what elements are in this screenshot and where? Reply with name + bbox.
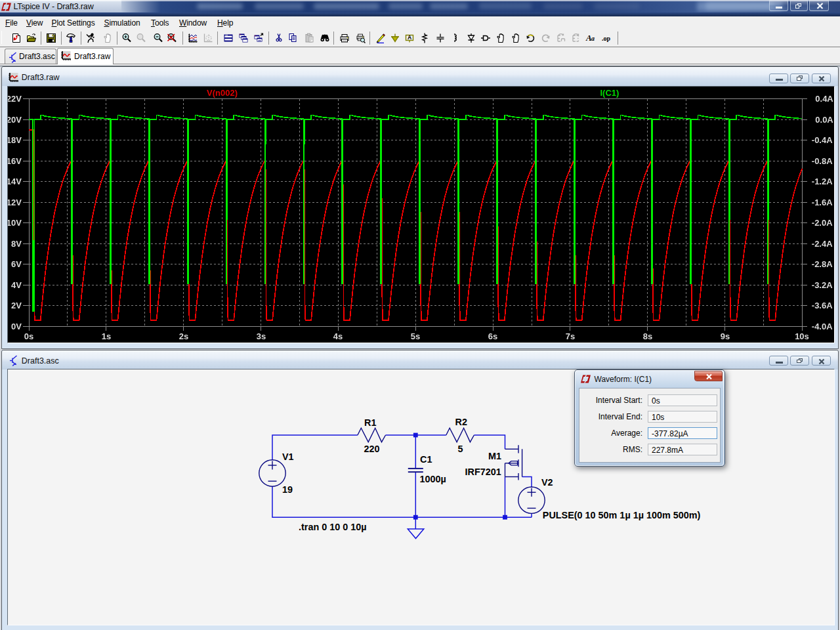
svg-text:4s: 4s: [333, 331, 343, 341]
svg-text:V2: V2: [541, 477, 553, 488]
svg-text:-0.4A: -0.4A: [812, 135, 833, 145]
svg-text:0.4A: 0.4A: [815, 94, 833, 104]
svg-text:16V: 16V: [8, 156, 22, 165]
svg-text:8V: 8V: [11, 238, 22, 248]
svg-text:-1.2A: -1.2A: [812, 177, 833, 186]
svg-text:2V: 2V: [11, 301, 22, 310]
svg-text:14V: 14V: [8, 177, 22, 186]
svg-text:8s: 8s: [643, 331, 652, 341]
svg-text:PULSE(0 10 50m 1µ 1µ 100m 500m: PULSE(0 10 50m 1µ 1µ 100m 500m): [543, 510, 701, 520]
svg-text:1000µ: 1000µ: [420, 474, 446, 484]
svg-text:18V: 18V: [8, 135, 22, 145]
svg-text:V1: V1: [282, 452, 294, 462]
svg-text:4V: 4V: [11, 280, 22, 289]
svg-text:-0.8A: -0.8A: [812, 156, 833, 165]
svg-text:5s: 5s: [411, 331, 420, 341]
svg-text:6V: 6V: [11, 259, 22, 269]
svg-text:-3.6A: -3.6A: [812, 301, 833, 310]
svg-text:20V: 20V: [8, 114, 22, 124]
svg-text:-4.0A: -4.0A: [812, 321, 833, 331]
svg-text:A: A: [408, 34, 411, 41]
svg-text:.tran 0 10 0 10µ: .tran 0 10 0 10µ: [299, 522, 367, 532]
svg-text:V(n002): V(n002): [207, 87, 238, 97]
svg-text:2s: 2s: [179, 331, 188, 341]
svg-text:.op: .op: [602, 34, 611, 41]
svg-text:12V: 12V: [8, 197, 22, 207]
svg-text:I(C1): I(C1): [600, 87, 620, 97]
svg-text:-2.4A: -2.4A: [812, 238, 833, 248]
svg-text:10V: 10V: [8, 218, 22, 228]
svg-text:19: 19: [282, 484, 293, 495]
svg-text:0.0A: 0.0A: [815, 114, 833, 124]
svg-text:C1: C1: [420, 454, 432, 465]
svg-text:R1: R1: [364, 417, 376, 428]
svg-text:6s: 6s: [488, 331, 497, 341]
svg-text:-1.6A: -1.6A: [812, 197, 833, 207]
svg-text:22V: 22V: [8, 94, 22, 104]
svg-text:3s: 3s: [257, 331, 266, 341]
svg-text:9s: 9s: [721, 331, 730, 341]
svg-text:IRF7201: IRF7201: [465, 467, 501, 477]
svg-text:R2: R2: [455, 417, 467, 427]
svg-text:10s: 10s: [795, 331, 809, 341]
svg-text:-3.2A: -3.2A: [812, 280, 833, 289]
svg-text:5: 5: [458, 444, 463, 454]
svg-text:0s: 0s: [24, 331, 33, 341]
svg-text:-2.8A: -2.8A: [812, 259, 833, 269]
svg-text:M1: M1: [488, 451, 501, 461]
svg-text:7s: 7s: [566, 331, 575, 341]
svg-text:-2.0A: -2.0A: [812, 218, 833, 228]
svg-text:220: 220: [364, 444, 380, 454]
svg-text:0V: 0V: [11, 321, 22, 331]
svg-text:a: a: [591, 35, 595, 42]
svg-text:1s: 1s: [102, 331, 111, 341]
